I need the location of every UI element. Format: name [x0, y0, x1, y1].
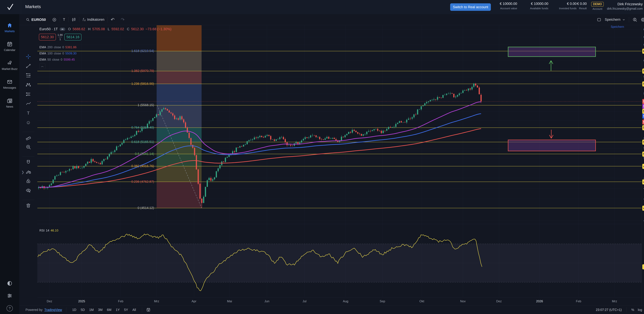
gear-icon[interactable] — [641, 17, 644, 22]
sliders-icon[interactable] — [7, 293, 12, 299]
time-label-Dez[interactable]: Dez — [496, 300, 502, 303]
range-button-5Y[interactable]: 5Y — [122, 307, 130, 313]
contrast-icon[interactable] — [7, 281, 12, 286]
ema-source: close — [52, 58, 60, 61]
emoji-tool[interactable]: ☺ — [26, 120, 31, 125]
price-scale[interactable]: 4400.004500.004600.004700.004800.004900.… — [642, 25, 644, 306]
rsi-tick: 40.00 — [642, 271, 644, 275]
price-badge-5381.86: 5381.86 — [642, 120, 644, 125]
buy-price-button[interactable]: 5614.16 — [64, 34, 82, 40]
time-label-Aug[interactable]: Aug — [343, 300, 348, 303]
time-label-Mai[interactable]: Mai — [227, 300, 232, 303]
time-label-Jun[interactable]: Jun — [264, 300, 270, 303]
time-label-Okt[interactable]: Okt — [419, 300, 424, 303]
stat-available-funds: € 10000.00 Available funds — [530, 2, 548, 10]
time-label-Mrz[interactable]: Mrz — [612, 300, 617, 303]
sidebar-item-calendar[interactable]: Calendar — [0, 41, 19, 52]
ema-50-row[interactable]: EMA 50 close 0 5599.45 — [40, 58, 75, 61]
ohlc-open-key: O — [68, 27, 71, 31]
chart-type-button[interactable] — [68, 17, 79, 22]
symbol-search-button[interactable]: EURO50 — [23, 18, 49, 22]
time-label-Mrz[interactable]: Mrz — [154, 300, 159, 303]
long-position-tool[interactable] — [26, 91, 31, 97]
remove-drawings-tool[interactable] — [26, 203, 31, 208]
go-to-date-icon[interactable] — [146, 308, 150, 312]
lock-all-tool[interactable] — [26, 178, 31, 184]
ruler-tool[interactable] — [26, 135, 31, 140]
rsi-legend-row[interactable]: RSI 14 46.10 — [40, 229, 58, 232]
user-name: Dirk Friczewsky — [607, 2, 643, 6]
tradingview-link[interactable]: TradingView — [44, 308, 62, 312]
fib-label-1.236: 1.236 (5816.90) — [37, 82, 154, 86]
sidebar-item-messages[interactable]: Messages — [0, 79, 19, 89]
price-tick: 4700.00 — [642, 186, 644, 190]
price-chart-canvas[interactable] — [37, 25, 642, 297]
help-icon[interactable]: ? — [6, 305, 13, 312]
account-value: € 10000.00 — [500, 2, 517, 6]
scale-button-log[interactable]: log — [636, 307, 644, 313]
fib-retracement-icon — [26, 73, 31, 78]
text-tool[interactable]: T — [27, 111, 30, 116]
time-label-2026[interactable]: 2026 — [536, 300, 543, 303]
crosshair-tool[interactable] — [26, 54, 31, 59]
hide-drawings-icon — [26, 188, 31, 193]
sidebar-item-label: Messages — [3, 86, 16, 89]
time-label-Nov[interactable]: Nov — [460, 300, 466, 303]
price-badge-5041.14: 5041.14 — [642, 152, 644, 157]
time-label-2025[interactable]: 2025 — [78, 300, 85, 303]
drawing-toolbar: T☺ — [19, 25, 37, 306]
range-button-1M[interactable]: 1M — [88, 307, 96, 313]
undo-button[interactable]: ↶ — [108, 17, 118, 22]
range-button-1D[interactable]: 1D — [70, 307, 78, 313]
time-label-Apr[interactable]: Apr — [192, 300, 196, 303]
drawing-mode-lock-tool[interactable] — [26, 169, 31, 174]
range-button-1Y[interactable]: 1Y — [114, 307, 122, 313]
indicators-button[interactable]: ƒx Indikatoren — [79, 17, 108, 22]
range-button-6M[interactable]: 6M — [105, 307, 113, 313]
quick-search-icon[interactable] — [632, 17, 637, 22]
sidebar-item-markets[interactable]: Markets — [0, 22, 19, 33]
legend-visibility-toggle[interactable] — [60, 27, 65, 31]
save-layout-button[interactable]: Speichern Speichern — [605, 18, 626, 22]
trend-line-tool[interactable] — [26, 63, 31, 69]
left-sidebar: MarketsCalendarMarket BuzzMessagesNews? — [0, 14, 19, 314]
range-button-5D[interactable]: 5D — [79, 307, 87, 313]
switch-to-real-account-button[interactable]: Switch to Real account — [450, 3, 491, 11]
watchlist-expand-chevron[interactable]: ❯ — [22, 170, 24, 174]
ema-200-row[interactable]: EMA 200 close 0 5381.86 — [40, 45, 76, 49]
legend-collapse-button[interactable]: ︿ — [40, 63, 45, 69]
range-button-3M[interactable]: 3M — [96, 307, 104, 313]
xabcd-pattern-icon — [26, 82, 31, 88]
rsi-tick: 30.00 — [642, 280, 644, 284]
ema-100-row[interactable]: EMA 100 close 0 5509.30 — [40, 52, 76, 55]
price-tick: 4400.00 — [642, 219, 644, 222]
time-axis[interactable]: Dez2025FebMrzAprMaiJunJulAugSepOktNovDez… — [19, 297, 642, 306]
scale-button-%[interactable]: % — [630, 307, 636, 313]
xabcd-pattern-tool[interactable] — [26, 82, 31, 88]
time-label-Feb[interactable]: Feb — [118, 300, 123, 303]
zoom-in-tool[interactable] — [26, 144, 31, 150]
ema-source: close — [54, 45, 61, 49]
fib-label-0.236: 0.236 (4762.87) — [37, 180, 154, 184]
magnet-tool[interactable] — [26, 159, 31, 165]
sell-price-button[interactable]: 5612.30 — [39, 34, 56, 40]
chevron-down-icon — [622, 18, 626, 21]
time-label-Dez[interactable]: Dez — [47, 300, 52, 303]
brush-tool[interactable] — [26, 101, 31, 106]
ohlc-open: 5688.62 — [73, 27, 85, 31]
user-block[interactable]: Dirk Friczewsky dirk.friczewsky@gmail.co… — [607, 2, 643, 10]
sidebar-item-market-buzz[interactable]: Market Buzz — [0, 60, 19, 71]
time-label-Feb[interactable]: Feb — [576, 300, 581, 303]
time-label-Sep[interactable]: Sep — [380, 300, 385, 303]
hide-drawings-tool[interactable] — [26, 188, 31, 193]
layout-panel-icon[interactable] — [597, 17, 601, 22]
user-email: dirk.friczewsky@gmail.com — [607, 7, 643, 10]
compare-add-button[interactable] — [49, 17, 60, 22]
redo-button[interactable]: ↷ — [118, 17, 128, 22]
bid-ask-row: 5612.30 1.86 1 5614.16 — [39, 33, 82, 41]
sidebar-item-news[interactable]: News — [0, 98, 19, 108]
range-button-All[interactable]: All — [130, 307, 138, 313]
time-label-Jul[interactable]: Jul — [302, 300, 306, 303]
interval-button[interactable]: T — [60, 18, 68, 22]
fib-retracement-tool[interactable] — [26, 73, 31, 78]
